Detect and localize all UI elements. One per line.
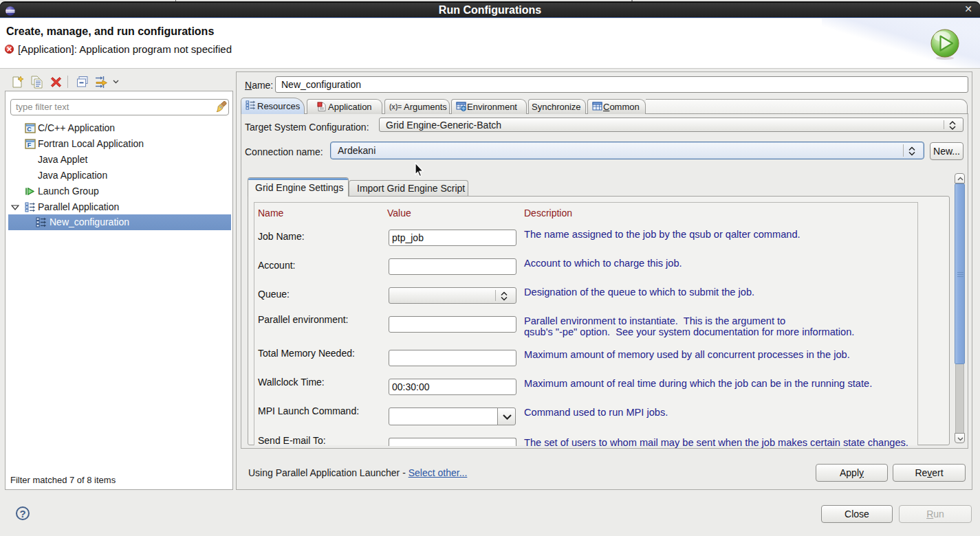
svg-text:(x)=: (x)= <box>389 103 402 111</box>
svg-text:C: C <box>27 126 32 133</box>
svg-text:F: F <box>28 142 32 148</box>
